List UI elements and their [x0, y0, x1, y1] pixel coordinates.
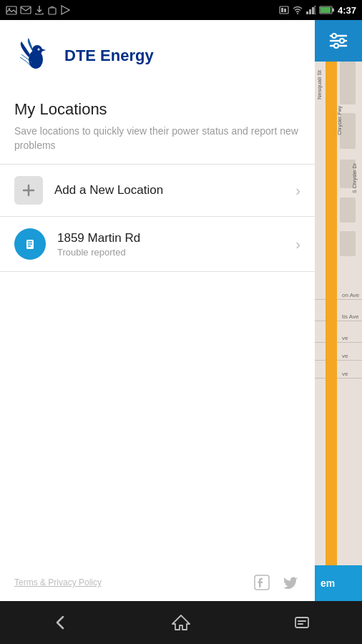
filter-button[interactable] [315, 20, 362, 62]
image-icon [6, 6, 17, 15]
download-icon [34, 5, 44, 15]
map-label-tis-ave: tis Ave [342, 313, 358, 320]
status-right: 4:37 [279, 5, 356, 16]
svg-rect-7 [284, 9, 286, 12]
svg-rect-12 [315, 6, 316, 14]
filter-icon [328, 31, 349, 51]
map-panel: Nesquali St Chrysler Fwy S Chrysler Dr o… [315, 20, 362, 601]
map-bottom-bar: em [315, 565, 362, 601]
twitter-icon[interactable] [280, 572, 300, 592]
status-bar: 4:37 [0, 0, 362, 20]
svg-point-17 [32, 45, 42, 55]
map-label-ve2: ve [342, 353, 348, 359]
app-container: DTE Energy My Locations Save locations t… [0, 20, 362, 601]
map-label-ve3: ve [342, 371, 348, 377]
shopping-icon [47, 5, 57, 15]
terms-privacy-link[interactable]: Terms & Privacy Policy [14, 577, 102, 587]
location-status: Trouble reported [57, 247, 290, 258]
back-button[interactable] [39, 608, 82, 637]
svg-point-8 [297, 13, 298, 14]
plus-icon [20, 182, 37, 199]
map-background: Nesquali St Chrysler Fwy S Chrysler Dr o… [315, 20, 362, 601]
location-item[interactable]: 1859 Martin Rd Trouble reported › [0, 217, 315, 272]
svg-rect-34 [295, 618, 308, 628]
map-label-chrysler-fwy: Chrysler Fwy [337, 106, 342, 135]
svg-rect-10 [309, 9, 311, 14]
section-subtitle: Save locations to quickly view their pow… [14, 125, 300, 152]
back-icon [50, 613, 70, 633]
section-title-area: My Locations Save locations to quickly v… [0, 89, 315, 158]
facebook-icon[interactable] [252, 572, 272, 592]
map-label-ve1: ve [342, 335, 348, 341]
location-address: 1859 Martin Rd [57, 231, 290, 245]
section-title: My Locations [14, 100, 300, 119]
map-bottom-text: em [321, 577, 335, 589]
svg-point-31 [340, 39, 344, 43]
recents-button[interactable] [280, 608, 323, 637]
svg-rect-6 [281, 8, 283, 12]
svg-rect-15 [321, 7, 331, 13]
svg-rect-14 [332, 9, 334, 12]
location-chevron-icon: › [295, 236, 300, 253]
dte-logo-icon [14, 34, 57, 77]
svg-rect-9 [306, 11, 308, 14]
svg-point-32 [334, 44, 338, 48]
svg-rect-35 [298, 620, 306, 622]
left-panel: DTE Energy My Locations Save locations t… [0, 20, 315, 601]
phone-icon [279, 5, 289, 15]
status-time: 4:37 [338, 5, 356, 16]
home-icon [171, 613, 191, 633]
map-label-on-ave: on Ave [342, 292, 359, 298]
wifi-icon [292, 6, 303, 14]
location-icon-container [14, 228, 46, 260]
svg-rect-11 [312, 7, 314, 14]
svg-rect-3 [49, 8, 56, 14]
footer: Terms & Privacy Policy [0, 564, 315, 601]
locations-list: Add a New Location › [0, 164, 315, 272]
svg-marker-4 [62, 6, 69, 14]
map-label-nesquali: Nesquali St [316, 70, 323, 99]
battery-icon [319, 6, 335, 14]
header: DTE Energy [0, 20, 315, 89]
social-icons [252, 572, 300, 592]
status-icons-left [6, 5, 70, 15]
logo-area: DTE Energy [14, 34, 154, 77]
play-icon [60, 5, 70, 15]
svg-point-18 [38, 49, 40, 51]
add-location-text: Add a New Location [54, 183, 290, 197]
recents-icon [292, 613, 312, 633]
location-item-text: 1859 Martin Rd Trouble reported [57, 231, 290, 258]
home-button[interactable] [160, 608, 202, 637]
svg-rect-2 [21, 6, 31, 14]
svg-marker-33 [172, 615, 190, 630]
company-name: DTE Energy [64, 47, 154, 65]
bottom-nav [0, 601, 362, 644]
add-location-title: Add a New Location [54, 183, 290, 197]
svg-rect-36 [298, 623, 303, 625]
location-report-icon [21, 235, 39, 253]
signal-icon [306, 6, 316, 14]
add-chevron-icon: › [295, 182, 300, 199]
map-label-s-chrysler: S Chrysler Dr [352, 163, 357, 193]
add-icon-container [14, 176, 43, 205]
svg-point-30 [332, 34, 336, 38]
gmail-icon [20, 6, 31, 14]
add-location-item[interactable]: Add a New Location › [0, 165, 315, 217]
